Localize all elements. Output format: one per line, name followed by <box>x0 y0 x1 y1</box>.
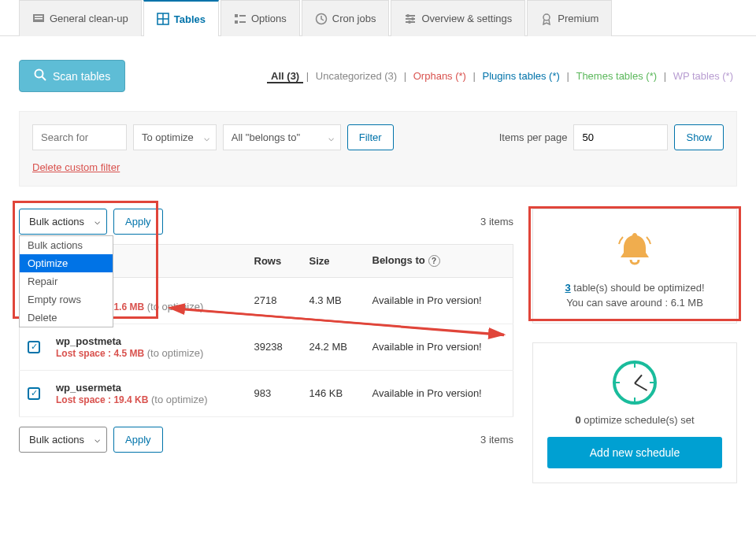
tab-cron[interactable]: Cron jobs <box>302 0 390 36</box>
bulk-actions-dropdown: Bulk actions Optimize Repair Empty rows … <box>19 235 113 327</box>
award-icon <box>540 13 553 25</box>
filter-bar: To optimize All "belongs to" Filter Item… <box>19 111 737 187</box>
delete-custom-filter[interactable]: Delete custom filter <box>32 161 120 173</box>
bulk-actions-select-bottom[interactable]: Bulk actions <box>19 427 107 453</box>
table-icon <box>157 13 169 25</box>
scan-tables-button[interactable]: Scan tables <box>19 60 125 92</box>
schedule-card: 0 optimize schedule(s) set Add new sched… <box>532 342 737 483</box>
svg-rect-1 <box>35 16 43 17</box>
size-cell: 146 KB <box>302 370 365 416</box>
col-belongs[interactable]: Belongs to? <box>365 245 513 278</box>
tab-tables[interactable]: Tables <box>143 0 219 36</box>
filter-button[interactable]: Filter <box>347 124 394 150</box>
bulk-opt-bulk[interactable]: Bulk actions <box>20 236 113 254</box>
svg-rect-9 <box>239 21 246 23</box>
belongs-cell: Available in Pro version! <box>365 370 513 416</box>
optimize-notice-card: 3 table(s) should be optimized! You can … <box>532 209 737 324</box>
cat-all[interactable]: All (3) <box>267 70 303 83</box>
bulk-opt-optimize[interactable]: Optimize <box>20 254 113 272</box>
rows-cell: 983 <box>246 370 302 416</box>
tab-overview[interactable]: Overview & settings <box>391 0 525 36</box>
bulk-opt-repair[interactable]: Repair <box>20 272 113 290</box>
svg-point-16 <box>408 20 411 24</box>
cat-orphans[interactable]: Orphans (*) <box>410 70 470 82</box>
search-input[interactable] <box>32 124 127 150</box>
tab-options[interactable]: Options <box>220 0 300 36</box>
col-rows[interactable]: Rows <box>246 245 302 278</box>
history-icon <box>315 13 328 25</box>
items-count-bottom: 3 items <box>480 434 513 446</box>
row-checkbox[interactable]: ✓ <box>28 341 40 353</box>
tab-label: Premium <box>558 13 598 24</box>
belongs-select[interactable]: All "belongs to" <box>223 124 341 150</box>
cat-themes[interactable]: Themes tables (*) <box>572 70 661 82</box>
cat-uncat[interactable]: Uncategorized (3) <box>312 70 401 82</box>
svg-point-15 <box>411 17 414 20</box>
ipp-input[interactable] <box>573 124 668 150</box>
table-row: ✓ wp_usermeta Lost space : 19.4 KB (to o… <box>20 370 513 416</box>
table-name[interactable]: wp_postmeta <box>56 335 121 347</box>
to-optimize-select[interactable]: To optimize <box>133 124 217 150</box>
help-icon[interactable]: ? <box>428 255 440 267</box>
rows-cell: 39238 <box>246 324 302 370</box>
show-button[interactable]: Show <box>674 124 724 150</box>
table-name[interactable]: wp_usermeta <box>56 382 121 394</box>
tab-general-cleanup[interactable]: General clean-up <box>19 0 142 36</box>
bell-icon <box>613 228 657 272</box>
tab-label: General clean-up <box>50 13 128 24</box>
table-row: ✓ wp_postmeta Lost space : 4.5 MB (to op… <box>20 324 513 370</box>
schedule-count: 0 <box>575 414 580 426</box>
bulk-opt-delete[interactable]: Delete <box>20 309 113 327</box>
options-icon <box>234 13 246 25</box>
scan-label: Scan tables <box>53 70 110 83</box>
svg-line-19 <box>43 77 46 81</box>
clock-icon <box>613 361 657 405</box>
svg-rect-6 <box>235 14 238 17</box>
tab-label: Options <box>251 13 287 24</box>
row-checkbox[interactable]: ✓ <box>28 387 40 400</box>
svg-point-14 <box>406 14 410 17</box>
tab-label: Tables <box>174 13 206 25</box>
bulk-actions-select-top[interactable]: Bulk actions <box>19 209 107 235</box>
tab-premium[interactable]: Premium <box>527 0 612 36</box>
category-links: All (3) | Uncategorized (3) | Orphans (*… <box>267 70 737 82</box>
schedule-text: optimize schedule(s) set <box>584 414 694 426</box>
svg-rect-8 <box>235 20 238 24</box>
size-cell: 4.3 MB <box>302 277 365 324</box>
cat-wp[interactable]: WP tables (*) <box>669 70 737 82</box>
svg-point-18 <box>35 70 43 78</box>
svg-point-17 <box>543 14 550 20</box>
apply-button-bottom[interactable]: Apply <box>113 427 163 453</box>
size-cell: 24.2 MB <box>302 324 365 370</box>
svg-rect-7 <box>239 15 246 17</box>
belongs-cell: Available in Pro version! <box>365 277 513 324</box>
broom-icon <box>32 13 45 25</box>
add-schedule-button[interactable]: Add new schedule <box>547 437 722 468</box>
apply-button-top[interactable]: Apply <box>113 209 163 235</box>
svg-rect-2 <box>35 18 43 20</box>
tab-label: Overview & settings <box>421 13 512 24</box>
bulk-opt-empty[interactable]: Empty rows <box>20 290 113 309</box>
items-count-top: 3 items <box>480 216 513 227</box>
ipp-label: Items per page <box>499 131 568 143</box>
col-size[interactable]: Size <box>302 245 365 278</box>
tabs: General clean-up Tables Options Cron job… <box>0 0 756 36</box>
optimize-count[interactable]: 3 <box>565 282 570 294</box>
rows-cell: 2718 <box>246 277 302 324</box>
sliders-icon <box>404 13 417 25</box>
optimize-text: table(s) should be optimized! <box>573 282 704 294</box>
optimize-save: You can save around : 6.1 MB <box>547 297 722 309</box>
belongs-cell: Available in Pro version! <box>365 324 513 370</box>
cat-plugins[interactable]: Plugins tables (*) <box>479 70 564 82</box>
tab-label: Cron jobs <box>332 13 376 24</box>
search-icon <box>34 68 46 83</box>
